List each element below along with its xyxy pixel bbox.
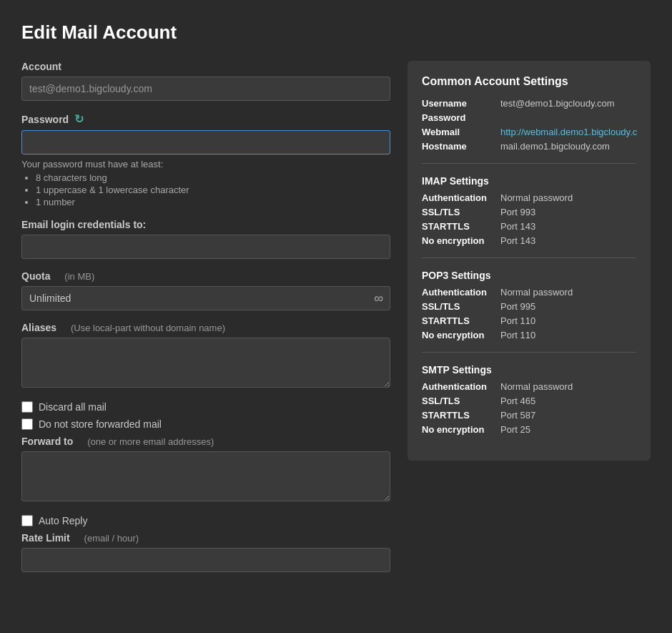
common-key-webmail: Webmail (422, 127, 500, 137)
aliases-field-group: Aliases (Use local-part without domain n… (21, 322, 390, 390)
refresh-icon[interactable]: ↻ (74, 112, 84, 126)
pop3-key-noenc: No encryption (422, 330, 500, 340)
smtp-val-starttls: Port 587 (500, 410, 535, 421)
pop3-row-auth: Authentication Normal password (422, 287, 636, 298)
smtp-row-auth: Authentication Normal password (422, 381, 636, 392)
common-val-hostname: mail.demo1.bigcloudy.com (500, 141, 610, 152)
imap-settings-section: IMAP Settings Authentication Normal pass… (422, 172, 636, 246)
pop3-settings-section: POP3 Settings Authentication Normal pass… (422, 267, 636, 340)
imap-title: IMAP Settings (422, 172, 636, 187)
smtp-val-noenc: Port 25 (500, 424, 530, 435)
imap-val-ssl: Port 993 (500, 207, 535, 217)
aliases-label: Aliases (Use local-part without domain n… (21, 322, 390, 333)
imap-row-ssl: SSL/TLS Port 993 (422, 207, 636, 217)
email-login-input[interactable] (21, 235, 390, 259)
imap-val-noenc: Port 143 (500, 235, 535, 246)
imap-key-ssl: SSL/TLS (422, 207, 500, 217)
quota-field-group: Quota (in MB) ∞ (21, 270, 390, 310)
smtp-key-noenc: No encryption (422, 424, 500, 435)
smtp-row-ssl: SSL/TLS Port 465 (422, 396, 636, 406)
no-store-label: Do not store forwarded mail (39, 418, 162, 430)
imap-key-starttls: STARTTLS (422, 221, 500, 232)
imap-key-noenc: No encryption (422, 235, 500, 246)
auto-reply-checkbox-group: Auto Reply (21, 515, 390, 526)
password-field-group: Password ↻ Your password must have at le… (21, 112, 390, 207)
smtp-settings-section: SMTP Settings Authentication Normal pass… (422, 361, 636, 435)
imap-val-auth: Normal password (500, 192, 573, 203)
forward-to-label: Forward to (one or more email addresses) (21, 436, 390, 447)
forward-to-textarea[interactable] (21, 451, 390, 501)
hint-item: 8 characters long (36, 172, 390, 183)
discard-mail-checkbox-group: Discard all mail (21, 401, 390, 413)
common-row-hostname: Hostname mail.demo1.bigcloudy.com (422, 141, 636, 152)
smtp-row-noenc: No encryption Port 25 (422, 424, 636, 435)
forward-to-field-group: Forward to (one or more email addresses) (21, 436, 390, 504)
quota-input[interactable] (21, 286, 390, 310)
discard-mail-label: Discard all mail (39, 401, 107, 413)
imap-key-auth: Authentication (422, 192, 500, 203)
common-key-password: Password (422, 112, 500, 123)
common-val-username: test@demo1.bigcloudy.com (500, 98, 615, 109)
account-label: Account (21, 61, 390, 72)
imap-row-noenc: No encryption Port 143 (422, 235, 636, 246)
account-input[interactable] (21, 77, 390, 101)
auto-reply-checkbox[interactable] (21, 515, 33, 526)
settings-panel: Common Account Settings Username test@de… (407, 61, 651, 461)
discard-mail-checkbox[interactable] (21, 401, 33, 413)
pop3-val-starttls: Port 110 (500, 315, 535, 326)
quota-label: Quota (in MB) (21, 270, 390, 282)
page-title: Edit Mail Account (21, 21, 651, 44)
auto-reply-label: Auto Reply (39, 515, 87, 526)
common-row-password: Password (422, 112, 636, 123)
no-store-checkbox-group: Do not store forwarded mail (21, 418, 390, 430)
pop3-val-auth: Normal password (500, 287, 573, 298)
smtp-val-auth: Normal password (500, 381, 573, 392)
smtp-title: SMTP Settings (422, 361, 636, 376)
smtp-val-ssl: Port 465 (500, 396, 535, 406)
smtp-key-auth: Authentication (422, 381, 500, 392)
pop3-row-noenc: No encryption Port 110 (422, 330, 636, 340)
smtp-key-ssl: SSL/TLS (422, 396, 500, 406)
common-settings-section: Common Account Settings Username test@de… (422, 75, 636, 152)
email-login-label: Email login credentials to: (21, 219, 390, 230)
rate-limit-label: Rate Limit (email / hour) (21, 532, 390, 544)
imap-val-starttls: Port 143 (500, 221, 535, 232)
hint-item: 1 number (36, 197, 390, 207)
common-key-username: Username (422, 98, 500, 109)
common-row-webmail: Webmail http://webmail.demo1.bigcloudy.c (422, 127, 636, 137)
rate-limit-input[interactable] (21, 548, 390, 572)
hint-item: 1 uppercase & 1 lowercase character (36, 185, 390, 195)
imap-row-starttls: STARTTLS Port 143 (422, 221, 636, 232)
password-label: Password ↻ (21, 112, 390, 126)
quota-wrapper: ∞ (21, 286, 390, 310)
smtp-key-starttls: STARTTLS (422, 410, 500, 421)
email-login-field-group: Email login credentials to: (21, 219, 390, 259)
password-hint-list: 8 characters long 1 uppercase & 1 lowerc… (36, 172, 390, 207)
pop3-row-starttls: STARTTLS Port 110 (422, 315, 636, 326)
imap-row-auth: Authentication Normal password (422, 192, 636, 203)
common-val-webmail[interactable]: http://webmail.demo1.bigcloudy.c (500, 127, 637, 137)
account-field-group: Account (21, 61, 390, 101)
password-hint: Your password must have at least: 8 char… (21, 159, 390, 207)
pop3-title: POP3 Settings (422, 267, 636, 281)
pop3-key-ssl: SSL/TLS (422, 301, 500, 312)
pop3-key-auth: Authentication (422, 287, 500, 298)
common-settings-title: Common Account Settings (422, 75, 636, 88)
common-key-hostname: Hostname (422, 141, 500, 152)
password-input[interactable] (21, 130, 390, 154)
infinity-icon: ∞ (374, 291, 383, 306)
common-row-username: Username test@demo1.bigcloudy.com (422, 98, 636, 109)
rate-limit-field-group: Rate Limit (email / hour) (21, 532, 390, 572)
pop3-row-ssl: SSL/TLS Port 995 (422, 301, 636, 312)
pop3-val-noenc: Port 110 (500, 330, 535, 340)
aliases-textarea[interactable] (21, 338, 390, 388)
pop3-key-starttls: STARTTLS (422, 315, 500, 326)
pop3-val-ssl: Port 995 (500, 301, 535, 312)
no-store-forwarded-checkbox[interactable] (21, 418, 33, 430)
smtp-row-starttls: STARTTLS Port 587 (422, 410, 636, 421)
edit-form: Account Password ↻ Your password must ha… (21, 61, 390, 584)
